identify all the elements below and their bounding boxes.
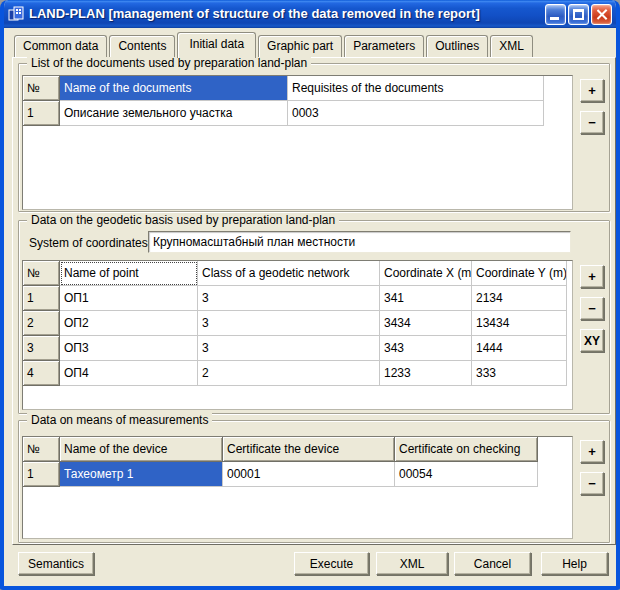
row-num-cell[interactable]: 2 xyxy=(23,311,60,336)
point-name-cell[interactable]: ОП1 xyxy=(60,286,198,311)
geodetic-col-class[interactable]: Class of a geodetic network xyxy=(198,261,380,286)
geodetic-col-x[interactable]: Coordinate X (m) xyxy=(380,261,472,286)
geodetic-remove-button[interactable]: − xyxy=(580,297,604,320)
document-name-cell[interactable]: Описание земельного участка xyxy=(60,101,288,126)
tab-outlines[interactable]: Outlines xyxy=(426,35,488,57)
device-cert-cell[interactable]: 00001 xyxy=(223,462,395,487)
app-icon xyxy=(8,6,24,22)
device-checking-cell[interactable]: 00054 xyxy=(395,462,538,487)
tab-contents[interactable]: Contents xyxy=(109,35,175,57)
window-title: LAND-PLAN [management of structure of th… xyxy=(29,6,480,21)
document-requisites-cell[interactable]: 0003 xyxy=(288,101,544,126)
tab-parameters[interactable]: Parameters xyxy=(344,35,424,57)
point-x-cell[interactable]: 3434 xyxy=(380,311,472,336)
tab-xml[interactable]: XML xyxy=(490,35,533,57)
point-class-cell[interactable]: 3 xyxy=(198,286,380,311)
measurements-remove-button[interactable]: − xyxy=(580,472,604,495)
dialog-window: LAND-PLAN [management of structure of th… xyxy=(0,0,620,590)
point-x-cell[interactable]: 343 xyxy=(380,336,472,361)
minimize-icon xyxy=(550,17,559,20)
title-bar[interactable]: LAND-PLAN [management of structure of th… xyxy=(0,0,620,28)
documents-add-button[interactable]: + xyxy=(580,79,604,102)
point-x-cell[interactable]: 341 xyxy=(380,286,472,311)
execute-button[interactable]: Execute xyxy=(294,552,369,575)
geodetic-header-row: № Name of point Class of a geodetic netw… xyxy=(23,261,572,286)
point-class-cell[interactable]: 2 xyxy=(198,361,380,386)
minimize-button[interactable] xyxy=(545,4,566,25)
system-of-coordinates-label: System of coordinates xyxy=(29,236,148,250)
geodetic-row-4: 4 ОП4 2 1233 333 xyxy=(23,361,572,386)
documents-row-1: 1 Описание земельного участка 0003 xyxy=(23,101,572,126)
maximize-icon xyxy=(573,9,584,20)
point-name-cell[interactable]: ОП2 xyxy=(60,311,198,336)
tab-common-data[interactable]: Common data xyxy=(14,35,107,57)
measurements-table: № Name of the device Certificate the dev… xyxy=(22,436,573,539)
geodetic-col-y[interactable]: Coordinate Y (m) xyxy=(472,261,567,286)
semantics-button[interactable]: Semantics xyxy=(18,552,94,575)
measurements-group-legend: Data on means of measurements xyxy=(27,413,212,427)
documents-col-name-selected[interactable]: Name of the documents xyxy=(60,76,288,101)
geodetic-group-legend: Data on the geodetic basis used by prepa… xyxy=(27,213,339,227)
geodetic-add-button[interactable]: + xyxy=(580,265,604,288)
maximize-button[interactable] xyxy=(568,4,589,25)
point-class-cell[interactable]: 3 xyxy=(198,311,380,336)
measurements-header-row: № Name of the device Certificate the dev… xyxy=(23,437,572,462)
close-icon xyxy=(595,8,608,21)
measurements-col-cert-device[interactable]: Certificate the device xyxy=(223,437,395,462)
documents-col-num[interactable]: № xyxy=(23,76,60,101)
xml-button[interactable]: XML xyxy=(376,552,448,575)
geodetic-row-3: 3 ОП3 3 343 1444 xyxy=(23,336,572,361)
row-num-cell[interactable]: 1 xyxy=(23,462,60,487)
point-y-cell[interactable]: 13434 xyxy=(472,311,567,336)
row-num-cell[interactable]: 4 xyxy=(23,361,60,386)
point-y-cell[interactable]: 333 xyxy=(472,361,567,386)
measurements-col-cert-checking[interactable]: Certificate on checking xyxy=(395,437,538,462)
row-num-cell[interactable]: 3 xyxy=(23,336,60,361)
tab-graphic-part[interactable]: Graphic part xyxy=(258,35,342,57)
geodetic-row-1: 1 ОП1 3 341 2134 xyxy=(23,286,572,311)
geodetic-row-2: 2 ОП2 3 3434 13434 xyxy=(23,311,572,336)
tab-bar: Common data Contents Initial data Graphi… xyxy=(14,32,535,58)
geodetic-xy-button[interactable]: XY xyxy=(580,329,604,352)
point-y-cell[interactable]: 1444 xyxy=(472,336,567,361)
point-class-cell[interactable]: 3 xyxy=(198,336,380,361)
help-button[interactable]: Help xyxy=(541,552,608,575)
point-x-cell[interactable]: 1233 xyxy=(380,361,472,386)
row-num-cell[interactable]: 1 xyxy=(23,101,60,126)
point-y-cell[interactable]: 2134 xyxy=(472,286,567,311)
measurements-col-num[interactable]: № xyxy=(23,437,60,462)
geodetic-col-num[interactable]: № xyxy=(23,261,60,286)
close-button[interactable] xyxy=(591,4,612,25)
system-of-coordinates-input[interactable] xyxy=(148,231,571,253)
point-name-cell[interactable]: ОП4 xyxy=(60,361,198,386)
geodetic-table: № Name of point Class of a geodetic netw… xyxy=(22,260,573,410)
device-name-cell-selected[interactable]: Тахеометр 1 xyxy=(60,462,223,487)
documents-header-row: № Name of the documents Requisites of th… xyxy=(23,76,572,101)
cancel-button[interactable]: Cancel xyxy=(454,552,531,575)
tab-initial-data[interactable]: Initial data xyxy=(177,32,256,58)
measurements-row-1: 1 Тахеометр 1 00001 00054 xyxy=(23,462,572,487)
documents-col-requisites[interactable]: Requisites of the documents xyxy=(288,76,544,101)
geodetic-col-point-name-focused[interactable]: Name of point xyxy=(60,261,198,286)
documents-remove-button[interactable]: − xyxy=(580,111,604,134)
measurements-col-device[interactable]: Name of the device xyxy=(60,437,223,462)
measurements-add-button[interactable]: + xyxy=(580,440,604,463)
documents-table: № Name of the documents Requisites of th… xyxy=(22,75,573,210)
row-num-cell[interactable]: 1 xyxy=(23,286,60,311)
point-name-cell[interactable]: ОП3 xyxy=(60,336,198,361)
documents-group-legend: List of the documents used by preparatio… xyxy=(27,56,311,70)
